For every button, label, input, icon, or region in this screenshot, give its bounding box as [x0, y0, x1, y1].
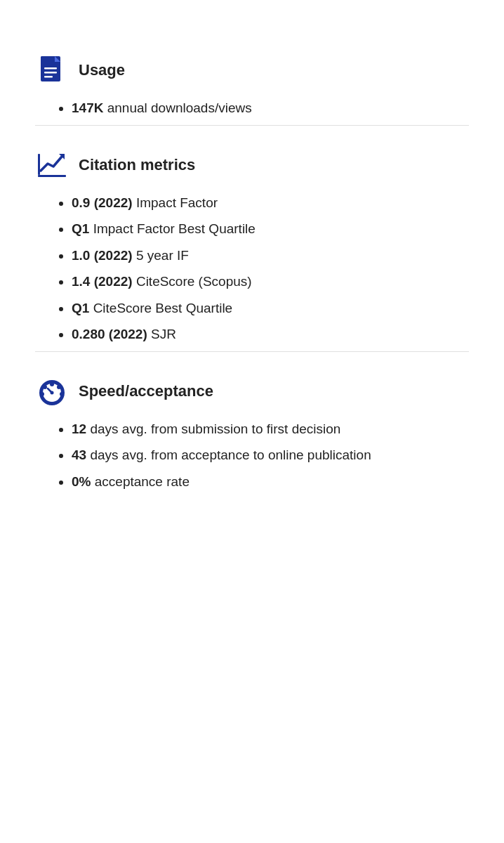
svg-rect-4 [44, 72, 57, 74]
section-citation: Citation metrics0.9 (2022) Impact Factor… [35, 148, 469, 352]
document-icon [35, 53, 69, 87]
section-speed: Speed/acceptance12 days avg. from submis… [35, 374, 469, 492]
svg-point-12 [50, 382, 54, 386]
section-header-speed: Speed/acceptance [35, 374, 469, 408]
svg-rect-3 [44, 67, 57, 70]
section-header-citation: Citation metrics [35, 148, 469, 182]
metric-list-usage: 147K annual downloads/views [35, 98, 469, 118]
list-item: 0% acceptance rate [72, 472, 469, 492]
chart-icon [35, 148, 69, 182]
svg-rect-7 [38, 154, 40, 175]
metric-value: 1.0 (2022) [72, 248, 133, 263]
metric-value: 147K [72, 100, 103, 115]
metric-list-speed: 12 days avg. from submission to first de… [35, 419, 469, 492]
section-usage: Usage147K annual downloads/views [35, 53, 469, 126]
metric-value: Q1 [72, 301, 89, 315]
svg-point-15 [40, 392, 44, 396]
svg-point-17 [51, 391, 54, 394]
svg-point-13 [57, 385, 61, 389]
list-item: 1.4 (2022) CiteScore (Scopus) [72, 272, 469, 292]
metric-value: Q1 [72, 221, 89, 236]
list-item: 147K annual downloads/views [72, 98, 469, 118]
metric-value: 0.280 (2022) [72, 327, 147, 341]
svg-rect-6 [38, 175, 66, 177]
svg-point-14 [60, 392, 64, 396]
metric-value: 1.4 (2022) [72, 274, 133, 289]
section-header-usage: Usage [35, 53, 469, 87]
list-item: 0.280 (2022) SJR [72, 325, 469, 344]
list-item: 43 days avg. from acceptance to online p… [72, 445, 469, 465]
list-item: Q1 CiteScore Best Quartile [72, 299, 469, 318]
metric-value: 0.9 (2022) [72, 195, 133, 210]
metric-value: 43 [72, 447, 86, 462]
svg-point-11 [43, 385, 47, 389]
metric-value: 0% [72, 474, 91, 489]
list-item: 1.0 (2022) 5 year IF [72, 246, 469, 266]
svg-rect-5 [44, 76, 53, 78]
list-item: 12 days avg. from submission to first de… [72, 419, 469, 439]
section-divider [35, 351, 469, 352]
list-item: Q1 Impact Factor Best Quartile [72, 219, 469, 239]
section-divider [35, 125, 469, 126]
sections-container: Usage147K annual downloads/views Citatio… [35, 53, 469, 491]
section-title-usage: Usage [79, 61, 125, 79]
metric-list-citation: 0.9 (2022) Impact FactorQ1 Impact Factor… [35, 193, 469, 344]
svg-rect-1 [41, 56, 55, 65]
section-title-citation: Citation metrics [79, 156, 195, 174]
section-title-speed: Speed/acceptance [79, 382, 213, 400]
list-item: 0.9 (2022) Impact Factor [72, 193, 469, 213]
speedometer-icon [35, 374, 69, 408]
metric-value: 12 [72, 422, 86, 436]
